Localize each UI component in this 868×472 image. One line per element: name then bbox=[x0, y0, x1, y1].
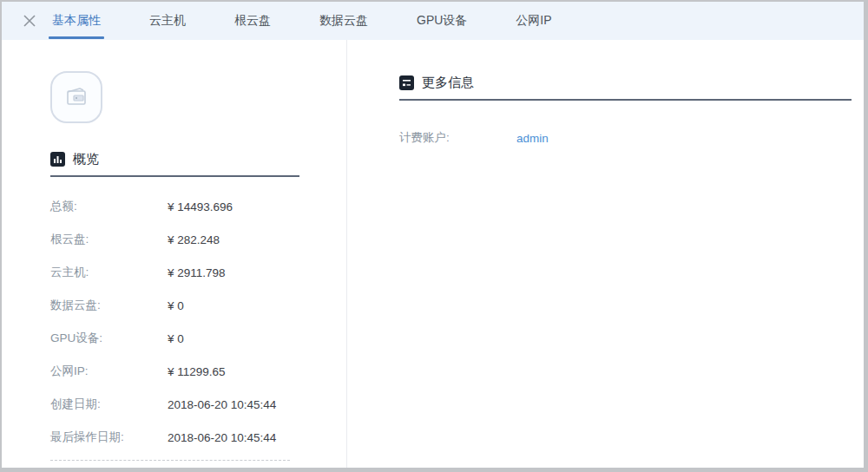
tab-list: 基本属性 云主机 根云盘 数据云盘 GPU设备 公网IP bbox=[49, 2, 556, 40]
table-row: 数据云盘: ¥ 0 bbox=[50, 289, 346, 322]
tab-public-ip[interactable]: 公网IP bbox=[512, 2, 555, 40]
document-list-icon bbox=[399, 75, 414, 90]
row-label: 公网IP: bbox=[50, 364, 168, 379]
dashed-separator bbox=[50, 460, 290, 461]
row-label: 计费账户: bbox=[399, 130, 516, 146]
more-info-divider bbox=[399, 99, 852, 101]
row-value: ¥ 2911.798 bbox=[168, 266, 226, 279]
table-row: 云主机: ¥ 2911.798 bbox=[50, 256, 346, 289]
overview-panel: 概览 总额: ¥ 14493.696 根云盘: ¥ 282.248 云主机: ¥… bbox=[2, 40, 347, 468]
content-area: 概览 总额: ¥ 14493.696 根云盘: ¥ 282.248 云主机: ¥… bbox=[2, 40, 864, 468]
close-button[interactable] bbox=[16, 2, 43, 40]
row-label: 总额: bbox=[50, 199, 168, 214]
row-label: GPU设备: bbox=[50, 331, 168, 346]
table-row: 计费账户: admin bbox=[399, 121, 852, 154]
overview-rows: 总额: ¥ 14493.696 根云盘: ¥ 282.248 云主机: ¥ 29… bbox=[50, 190, 346, 454]
tab-data-volumes[interactable]: 数据云盘 bbox=[316, 2, 372, 40]
row-value: ¥ 282.248 bbox=[168, 233, 220, 246]
row-value: ¥ 0 bbox=[168, 299, 184, 312]
row-label: 根云盘: bbox=[50, 232, 168, 247]
table-row: 创建日期: 2018-06-20 10:45:44 bbox=[50, 388, 346, 421]
bar-chart-icon bbox=[50, 152, 65, 167]
row-label: 云主机: bbox=[50, 265, 168, 280]
row-label: 创建日期: bbox=[50, 397, 168, 412]
billing-account-link[interactable]: admin bbox=[516, 132, 549, 145]
tab-root-volumes[interactable]: 根云盘 bbox=[231, 2, 274, 40]
overview-divider bbox=[50, 175, 299, 177]
more-info-header: 更多信息 bbox=[399, 75, 852, 91]
row-value: 2018-06-20 10:45:44 bbox=[168, 431, 276, 444]
row-value: 2018-06-20 10:45:44 bbox=[168, 398, 276, 411]
row-value: ¥ 14493.696 bbox=[168, 200, 233, 213]
wallet-icon bbox=[50, 71, 102, 123]
close-icon bbox=[23, 14, 36, 28]
more-info-title: 更多信息 bbox=[422, 75, 474, 91]
overview-title: 概览 bbox=[73, 151, 99, 167]
more-info-rows: 计费账户: admin bbox=[399, 121, 852, 154]
more-info-panel: 更多信息 计费账户: admin bbox=[347, 40, 864, 468]
overview-header: 概览 bbox=[50, 151, 346, 167]
row-label: 数据云盘: bbox=[50, 298, 168, 313]
table-row: 根云盘: ¥ 282.248 bbox=[50, 223, 346, 256]
row-value: ¥ 0 bbox=[168, 332, 184, 345]
table-row: 总额: ¥ 14493.696 bbox=[50, 190, 346, 223]
tab-vm-instances[interactable]: 云主机 bbox=[146, 2, 189, 40]
table-row: 公网IP: ¥ 11299.65 bbox=[50, 355, 346, 388]
detail-window: 基本属性 云主机 根云盘 数据云盘 GPU设备 公网IP bbox=[0, 0, 868, 472]
table-row: GPU设备: ¥ 0 bbox=[50, 322, 346, 355]
tab-gpu-devices[interactable]: GPU设备 bbox=[413, 2, 470, 40]
tab-basic-properties[interactable]: 基本属性 bbox=[49, 2, 104, 40]
tab-bar: 基本属性 云主机 根云盘 数据云盘 GPU设备 公网IP bbox=[2, 2, 864, 40]
row-value: ¥ 11299.65 bbox=[168, 365, 226, 378]
row-label: 最后操作日期: bbox=[50, 429, 168, 445]
table-row: 最后操作日期: 2018-06-20 10:45:44 bbox=[50, 421, 346, 454]
